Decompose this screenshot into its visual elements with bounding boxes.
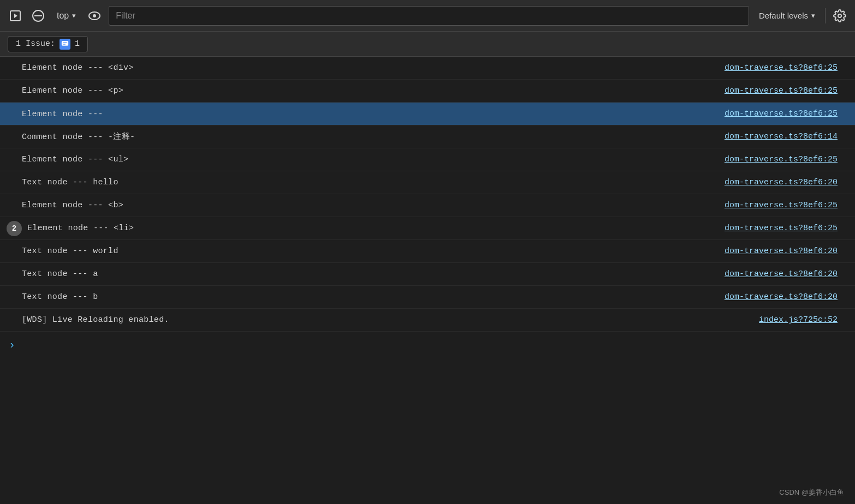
row-source-link[interactable]: dom-traverse.ts?8ef6:14 (725, 132, 846, 141)
issues-icon (60, 39, 70, 50)
row-text: Text node --- world (22, 247, 118, 256)
toolbar-divider (825, 8, 826, 23)
svg-rect-7 (62, 40, 68, 45)
table-row[interactable]: Element node --- <b>dom-traverse.ts?8ef6… (0, 194, 855, 217)
eye-icon (88, 9, 101, 22)
play-icon (9, 9, 22, 22)
log-levels-arrow: ▾ (811, 11, 815, 20)
row-source-link[interactable]: dom-traverse.ts?8ef6:25 (725, 155, 846, 164)
row-badge: 2 (7, 221, 22, 236)
play-pause-button[interactable] (7, 7, 24, 25)
row-text: Element node --- <li> (27, 224, 134, 233)
context-selector[interactable]: top ▾ (52, 9, 80, 23)
svg-point-6 (838, 14, 841, 17)
row-source-link[interactable]: dom-traverse.ts?8ef6:20 (725, 292, 846, 302)
log-levels-selector[interactable]: Default levels ▾ (755, 9, 820, 22)
console-toolbar: top ▾ Default levels ▾ (0, 0, 855, 32)
no-entry-icon (32, 9, 45, 22)
table-row[interactable]: Text node --- bdom-traverse.ts?8ef6:20 (0, 286, 855, 309)
prompt-arrow-icon: › (9, 339, 15, 351)
row-source-link[interactable]: dom-traverse.ts?8ef6:20 (725, 269, 846, 279)
row-text: Text node --- b (22, 292, 98, 302)
row-text: Element node --- (22, 109, 110, 119)
svg-marker-1 (14, 14, 17, 18)
row-source-link[interactable]: dom-traverse.ts?8ef6:25 (725, 86, 846, 95)
row-text: Text node --- hello (22, 178, 118, 187)
table-row[interactable]: Element node --- <ul>dom-traverse.ts?8ef… (0, 148, 855, 171)
issues-bar: 1 Issue: 1 (0, 32, 855, 57)
issues-badge[interactable]: 1 Issue: 1 (8, 36, 88, 52)
row-text: Element node --- <p> (22, 86, 123, 95)
settings-button[interactable] (831, 7, 848, 25)
console-output: Element node --- <div>dom-traverse.ts?8e… (0, 57, 855, 332)
table-row[interactable]: Text node --- hellodom-traverse.ts?8ef6:… (0, 171, 855, 194)
table-row[interactable]: [WDS] Live Reloading enabled.index.js?72… (0, 309, 855, 332)
console-input[interactable] (20, 340, 846, 350)
table-row[interactable]: 2Element node --- <li>dom-traverse.ts?8e… (0, 217, 855, 240)
row-source-link[interactable]: dom-traverse.ts?8ef6:25 (725, 63, 846, 73)
row-text: Element node --- <div> (22, 63, 134, 73)
table-row[interactable]: Element node --- dom-traverse.ts?8ef6:25 (0, 103, 855, 125)
row-source-link[interactable]: dom-traverse.ts?8ef6:20 (725, 247, 846, 256)
table-row[interactable]: Text node --- worlddom-traverse.ts?8ef6:… (0, 240, 855, 263)
row-text: Comment node --- -注释- (22, 131, 135, 142)
eye-button[interactable] (86, 7, 103, 25)
row-text: Element node --- <ul> (22, 155, 128, 164)
issues-label: 1 Issue: (16, 39, 55, 49)
context-label: top (57, 11, 69, 21)
gear-icon (833, 9, 846, 22)
row-source-link[interactable]: dom-traverse.ts?8ef6:25 (725, 224, 846, 233)
row-text: Text node --- a (22, 269, 98, 279)
table-row[interactable]: Text node --- adom-traverse.ts?8ef6:20 (0, 263, 855, 286)
console-prompt[interactable]: › (0, 332, 855, 358)
row-text: [WDS] Live Reloading enabled. (22, 315, 169, 325)
table-row[interactable]: Comment node --- -注释-dom-traverse.ts?8ef… (0, 125, 855, 148)
svg-point-5 (93, 14, 96, 17)
row-text: Element node --- <b> (22, 201, 123, 210)
table-row[interactable]: Element node --- <div>dom-traverse.ts?8e… (0, 57, 855, 80)
row-source-link[interactable]: dom-traverse.ts?8ef6:25 (725, 109, 846, 118)
issues-count: 1 (75, 39, 80, 49)
clear-button[interactable] (29, 7, 47, 25)
log-levels-label: Default levels (759, 11, 808, 20)
watermark: CSDN @姜香小白鱼 (779, 488, 844, 497)
message-icon (61, 40, 69, 48)
row-source-link[interactable]: index.js?725c:52 (759, 315, 846, 325)
row-source-link[interactable]: dom-traverse.ts?8ef6:20 (725, 178, 846, 187)
table-row[interactable]: Element node --- <p>dom-traverse.ts?8ef6… (0, 80, 855, 103)
filter-input[interactable] (109, 6, 749, 26)
row-source-link[interactable]: dom-traverse.ts?8ef6:25 (725, 201, 846, 210)
chevron-down-icon: ▾ (72, 11, 76, 20)
